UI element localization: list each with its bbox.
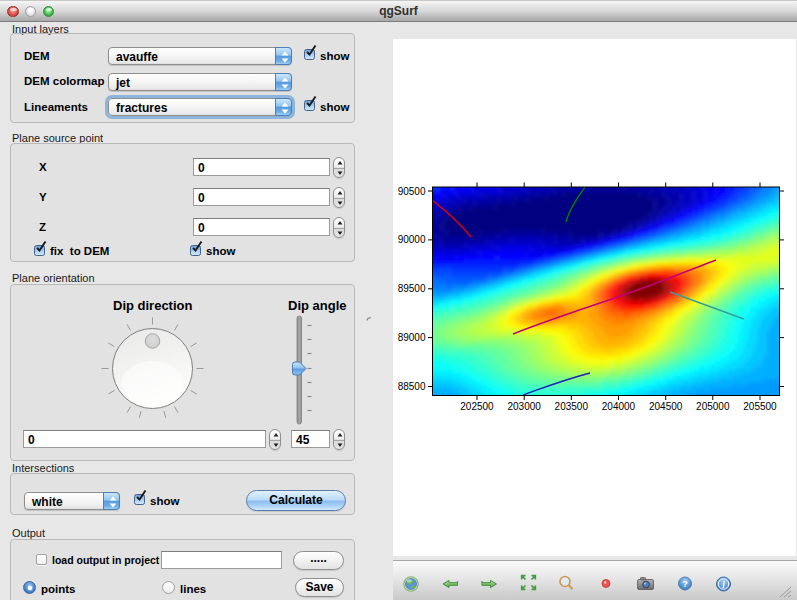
svg-text:89000: 89000	[398, 332, 426, 343]
svg-text:i: i	[722, 580, 725, 590]
svg-text:205000: 205000	[696, 401, 730, 412]
svg-text:204000: 204000	[602, 401, 636, 412]
svg-text:90000: 90000	[398, 234, 426, 245]
svg-text:?: ?	[682, 579, 688, 589]
svg-text:204500: 204500	[649, 401, 683, 412]
svg-text:88500: 88500	[398, 381, 426, 392]
svg-text:90500: 90500	[398, 186, 426, 197]
svg-text:89500: 89500	[398, 283, 426, 294]
svg-text:203500: 203500	[555, 401, 589, 412]
svg-text:202500: 202500	[460, 401, 494, 412]
svg-text:205500: 205500	[743, 401, 777, 412]
svg-text:203000: 203000	[508, 401, 542, 412]
